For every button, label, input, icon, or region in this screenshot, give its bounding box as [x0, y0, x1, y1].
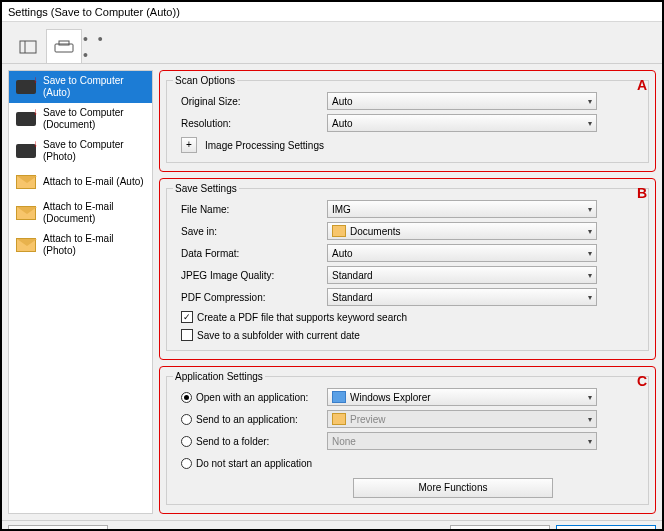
toolbar: • • • — [2, 22, 662, 64]
scan-icon — [15, 108, 37, 130]
combo-value: None — [332, 436, 356, 447]
chevron-down-icon: ▾ — [588, 415, 592, 424]
pdf-compression-label: PDF Compression: — [173, 292, 323, 303]
send-to-folder-label: Send to a folder: — [196, 436, 269, 447]
sidebar-item-label: Save to Computer (Photo) — [43, 139, 146, 163]
svg-rect-0 — [20, 41, 36, 53]
do-not-start-label: Do not start an application — [196, 458, 312, 469]
more-functions-button[interactable]: More Functions — [353, 478, 553, 498]
group-app-settings: C Application Settings Open with an appl… — [159, 366, 656, 514]
window-title: Settings (Save to Computer (Auto)) — [2, 2, 662, 22]
jpeg-quality-combo[interactable]: Standard ▾ — [327, 266, 597, 284]
combo-value: Documents — [350, 226, 401, 237]
combo-value: Auto — [332, 118, 353, 129]
dataformat-combo[interactable]: Auto ▾ — [327, 244, 597, 262]
image-processing-label: Image Processing Settings — [205, 140, 324, 151]
sidebar-item-save-document[interactable]: Save to Computer (Document) — [9, 103, 152, 135]
group-scan-options: A Scan Options Original Size: Auto ▾ Res… — [159, 70, 656, 172]
app-icon — [332, 413, 346, 425]
sidebar-item-label: Attach to E-mail (Auto) — [43, 176, 144, 188]
dots-icon: • • • — [83, 31, 117, 63]
tab-general[interactable] — [10, 29, 46, 63]
chevron-down-icon: ▾ — [588, 271, 592, 280]
jpeg-quality-label: JPEG Image Quality: — [173, 270, 323, 281]
sidebar-item-save-auto[interactable]: Save to Computer (Auto) — [9, 71, 152, 103]
sidebar-item-label: Save to Computer (Auto) — [43, 75, 146, 99]
folder-icon — [332, 225, 346, 237]
savein-combo[interactable]: Documents ▾ — [327, 222, 597, 240]
save-subfolder-label: Save to a subfolder with current date — [197, 330, 360, 341]
sidebar-item-email-document[interactable]: Attach to E-mail (Document) — [9, 197, 152, 229]
send-to-folder-radio[interactable] — [181, 436, 192, 447]
create-pdf-keyword-label: Create a PDF file that supports keyword … — [197, 312, 407, 323]
chevron-down-icon: ▾ — [588, 437, 592, 446]
chevron-down-icon: ▾ — [588, 119, 592, 128]
original-size-combo[interactable]: Auto ▾ — [327, 92, 597, 110]
sidebar-item-label: Attach to E-mail (Photo) — [43, 233, 146, 257]
tab-more[interactable]: • • • — [82, 29, 118, 63]
sidebar-item-email-auto[interactable]: Attach to E-mail (Auto) — [9, 167, 152, 197]
send-to-app-combo[interactable]: Preview ▾ — [327, 410, 597, 428]
sidebar-item-label: Save to Computer (Document) — [43, 107, 146, 131]
main-panel: A Scan Options Original Size: Auto ▾ Res… — [153, 64, 662, 520]
explorer-icon — [332, 391, 346, 403]
open-with-combo[interactable]: Windows Explorer ▾ — [327, 388, 597, 406]
combo-value: Standard — [332, 270, 373, 281]
save-settings-legend: Save Settings — [173, 183, 239, 194]
scan-options-legend: Scan Options — [173, 75, 237, 86]
combo-value: IMG — [332, 204, 351, 215]
ok-button[interactable]: OK — [556, 525, 656, 531]
app-settings-legend: Application Settings — [173, 371, 265, 382]
chevron-down-icon: ▾ — [588, 97, 592, 106]
combo-value: Windows Explorer — [350, 392, 431, 403]
save-subfolder-checkbox[interactable] — [181, 329, 193, 341]
scan-icon — [15, 76, 37, 98]
sidebar-item-email-photo[interactable]: Attach to E-mail (Photo) — [9, 229, 152, 261]
combo-value: Auto — [332, 248, 353, 259]
open-with-label: Open with an application: — [196, 392, 308, 403]
combo-value: Standard — [332, 292, 373, 303]
mail-icon — [15, 171, 37, 193]
do-not-start-radio[interactable] — [181, 458, 192, 469]
send-to-app-label: Send to an application: — [196, 414, 298, 425]
annotation-letter: C — [637, 373, 647, 389]
instructions-button[interactable]: Instructions — [8, 525, 108, 531]
group-save-settings: B Save Settings File Name: IMG ▾ Save in… — [159, 178, 656, 360]
expand-image-processing-button[interactable]: + — [181, 137, 197, 153]
sidebar-item-save-photo[interactable]: Save to Computer (Photo) — [9, 135, 152, 167]
chevron-down-icon: ▾ — [588, 293, 592, 302]
footer: Instructions Defaults OK — [2, 520, 662, 531]
dataformat-label: Data Format: — [173, 248, 323, 259]
chevron-down-icon: ▾ — [588, 249, 592, 258]
tab-scanner[interactable] — [46, 29, 82, 63]
resolution-combo[interactable]: Auto ▾ — [327, 114, 597, 132]
combo-value: Preview — [350, 414, 386, 425]
pdf-compression-combo[interactable]: Standard ▾ — [327, 288, 597, 306]
sidebar: Save to Computer (Auto) Save to Computer… — [8, 70, 153, 514]
annotation-letter: A — [637, 77, 647, 93]
window-icon — [19, 40, 37, 54]
original-size-label: Original Size: — [173, 96, 323, 107]
mail-icon — [15, 234, 37, 256]
chevron-down-icon: ▾ — [588, 227, 592, 236]
create-pdf-keyword-checkbox[interactable]: ✓ — [181, 311, 193, 323]
open-with-radio[interactable] — [181, 392, 192, 403]
scan-icon — [15, 140, 37, 162]
mail-icon — [15, 202, 37, 224]
sidebar-item-label: Attach to E-mail (Document) — [43, 201, 146, 225]
chevron-down-icon: ▾ — [588, 205, 592, 214]
printer-icon — [53, 40, 75, 54]
send-to-app-radio[interactable] — [181, 414, 192, 425]
filename-combo[interactable]: IMG ▾ — [327, 200, 597, 218]
send-to-folder-combo[interactable]: None ▾ — [327, 432, 597, 450]
resolution-label: Resolution: — [173, 118, 323, 129]
chevron-down-icon: ▾ — [588, 393, 592, 402]
annotation-letter: B — [637, 185, 647, 201]
combo-value: Auto — [332, 96, 353, 107]
defaults-button[interactable]: Defaults — [450, 525, 550, 531]
savein-label: Save in: — [173, 226, 323, 237]
filename-label: File Name: — [173, 204, 323, 215]
